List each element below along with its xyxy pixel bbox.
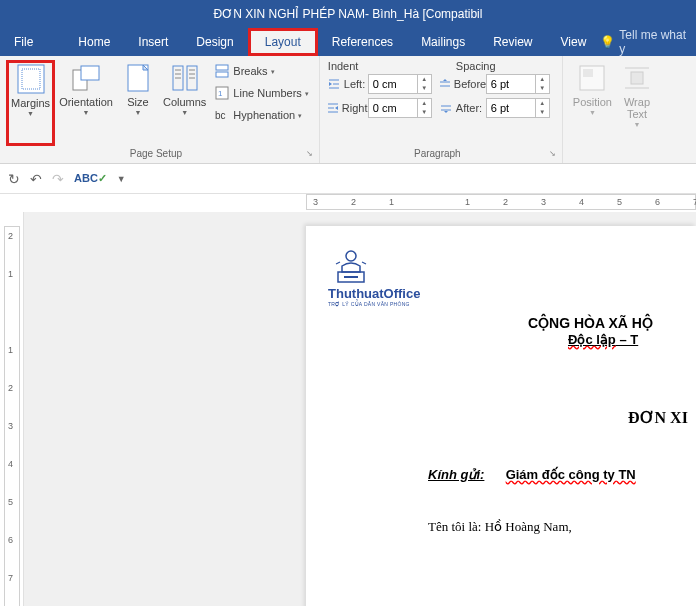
svg-rect-3: [81, 66, 99, 80]
svg-text:bc: bc: [215, 110, 226, 121]
tab-review[interactable]: Review: [479, 28, 546, 56]
doc-national-title: CỘNG HÒA XÃ HỘ: [528, 315, 696, 332]
columns-button[interactable]: Columns ▼: [159, 60, 210, 146]
spin-down-icon[interactable]: ▼: [418, 84, 431, 93]
doc-name-line: Tên tôi là: Hồ Hoàng Nam,: [428, 519, 696, 535]
spacing-after-label: After:: [438, 100, 486, 116]
line-numbers-icon: 1: [214, 85, 230, 101]
breaks-icon: [214, 63, 230, 79]
chevron-down-icon: ▾: [305, 90, 309, 98]
wrap-text-icon: [621, 62, 653, 94]
line-numbers-button[interactable]: 1 Line Numbers ▾: [210, 82, 312, 104]
page-setup-label: Page Setup: [6, 148, 306, 159]
chevron-down-icon[interactable]: ▼: [117, 174, 126, 184]
indent-left-label: Left:: [326, 76, 368, 92]
svg-rect-13: [216, 65, 228, 70]
logo-icon: [328, 246, 374, 286]
tab-design[interactable]: Design: [182, 28, 247, 56]
vertical-ruler[interactable]: 2 1 1 2 3 4 5 6 7 8: [0, 212, 24, 606]
dialog-launcher-icon[interactable]: ↘: [549, 149, 556, 158]
spelling-icon[interactable]: ABC✓: [74, 172, 107, 185]
ribbon-tabs: File Home Insert Design Layout Reference…: [0, 28, 696, 56]
spacing-after-input[interactable]: ▲▼: [486, 98, 550, 118]
spacing-after-icon: [438, 100, 454, 116]
tab-home[interactable]: Home: [64, 28, 124, 56]
spin-down-icon[interactable]: ▼: [418, 108, 431, 117]
svg-rect-14: [216, 72, 228, 77]
spin-down-icon[interactable]: ▼: [536, 108, 549, 117]
indent-left-input[interactable]: ▲▼: [368, 74, 432, 94]
group-page-setup: Margins ▼ Orientation ▼ Size ▼: [0, 56, 320, 163]
wrap-text-button: Wrap Text ▼: [616, 60, 658, 157]
tab-layout[interactable]: Layout: [248, 28, 318, 56]
logo: ThuthuatOffice TRỢ LÝ CỦA DÂN VĂN PHÒNG: [328, 246, 696, 307]
horizontal-ruler[interactable]: 3 2 1 1 2 3 4 5 6 7: [24, 194, 696, 212]
indent-right-label: Right:: [326, 100, 368, 116]
position-button: Position ▼: [569, 60, 616, 157]
tab-view[interactable]: View: [547, 28, 601, 56]
tell-me-search[interactable]: 💡 Tell me what y: [600, 28, 696, 56]
dialog-launcher-icon[interactable]: ↘: [306, 149, 313, 158]
svg-point-33: [346, 251, 356, 261]
bulb-icon: 💡: [600, 35, 615, 49]
chevron-down-icon: ▼: [589, 109, 596, 116]
chevron-down-icon: ▼: [634, 121, 641, 128]
size-button[interactable]: Size ▼: [117, 60, 159, 146]
breaks-button[interactable]: Breaks ▾: [210, 60, 312, 82]
indent-left-icon: [326, 76, 342, 92]
tab-mailings[interactable]: Mailings: [407, 28, 479, 56]
repeat-icon[interactable]: ↻: [8, 171, 20, 187]
undo-icon[interactable]: ↶: [30, 171, 42, 187]
ribbon: Margins ▼ Orientation ▼ Size ▼: [0, 56, 696, 164]
quick-access-toolbar: ↻ ↶ ↷ ABC✓ ▼: [0, 164, 696, 194]
spacing-before-input[interactable]: ▲▼: [486, 74, 550, 94]
columns-icon: [169, 62, 201, 94]
svg-rect-35: [344, 276, 358, 278]
logo-subtitle: TRỢ LÝ CỦA DÂN VĂN PHÒNG: [328, 301, 696, 307]
tab-file[interactable]: File: [0, 28, 47, 56]
workspace: 2 1 1 2 3 4 5 6 7 8 ThuthuatOffice TRỢ L…: [0, 212, 696, 606]
hyphenation-icon: bc: [214, 107, 230, 123]
size-icon: [122, 62, 154, 94]
indent-right-icon: [326, 100, 340, 116]
margins-icon: [15, 63, 47, 95]
chevron-down-icon: ▼: [27, 110, 34, 117]
tab-insert[interactable]: Insert: [124, 28, 182, 56]
spin-up-icon[interactable]: ▲: [536, 99, 549, 108]
document-title: ĐƠN XIN NGHỈ PHÉP NAM- Bình_Hà [Compatib…: [214, 7, 483, 21]
redo-icon[interactable]: ↷: [52, 171, 64, 187]
spin-up-icon[interactable]: ▲: [418, 75, 431, 84]
group-arrange: Position ▼ Wrap Text ▼: [563, 56, 664, 163]
tab-references[interactable]: References: [318, 28, 407, 56]
indent-header: Indent: [326, 60, 456, 72]
chevron-down-icon: ▼: [181, 109, 188, 116]
position-icon: [576, 62, 608, 94]
spacing-header: Spacing: [456, 60, 496, 72]
hyphenation-button[interactable]: bc Hyphenation ▾: [210, 104, 312, 126]
document-page[interactable]: ThuthuatOffice TRỢ LÝ CỦA DÂN VĂN PHÒNG …: [306, 226, 696, 606]
doc-recipient: Kính gửi: Giám đốc công ty TN: [428, 467, 696, 483]
orientation-icon: [70, 62, 102, 94]
spin-up-icon[interactable]: ▲: [418, 99, 431, 108]
chevron-down-icon: ▾: [298, 112, 302, 120]
spin-down-icon[interactable]: ▼: [536, 84, 549, 93]
spin-up-icon[interactable]: ▲: [536, 75, 549, 84]
svg-text:1: 1: [218, 89, 223, 98]
orientation-button[interactable]: Orientation ▼: [55, 60, 117, 146]
indent-right-input[interactable]: ▲▼: [368, 98, 432, 118]
doc-heading: ĐƠN XI: [628, 408, 696, 427]
spacing-before-icon: [438, 76, 452, 92]
title-bar: ĐƠN XIN NGHỈ PHÉP NAM- Bình_Hà [Compatib…: [0, 0, 696, 28]
svg-rect-30: [631, 72, 643, 84]
margins-button[interactable]: Margins ▼: [6, 60, 55, 146]
chevron-down-icon: ▼: [134, 109, 141, 116]
group-paragraph: Indent Spacing Left: ▲▼ Before:: [320, 56, 563, 163]
chevron-down-icon: ▼: [83, 109, 90, 116]
spacing-before-label: Before:: [438, 76, 486, 92]
doc-motto: Độc lập – T: [568, 332, 696, 348]
logo-text: ThuthuatOffice: [328, 286, 696, 301]
chevron-down-icon: ▾: [271, 68, 275, 76]
paragraph-label: Paragraph: [326, 148, 549, 159]
svg-rect-29: [583, 69, 593, 77]
